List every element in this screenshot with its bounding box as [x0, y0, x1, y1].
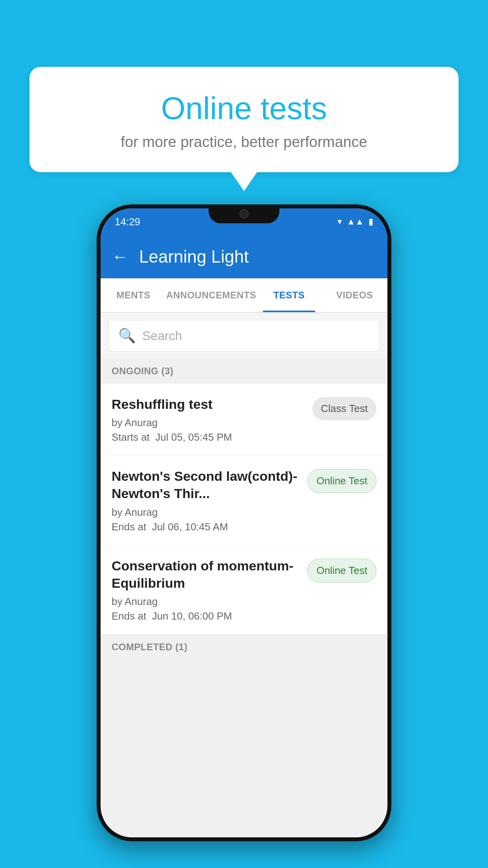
app-bar-title: Learning Light	[139, 247, 249, 267]
test-info-3: Conservation of momentum-Equilibrium by …	[112, 557, 307, 622]
tab-announcements[interactable]: ANNOUNCEMENTS	[166, 278, 256, 312]
test-item-2[interactable]: Newton's Second law(contd)-Newton's Thir…	[101, 456, 387, 545]
hero-subtitle: for more practice, better performance	[49, 134, 439, 151]
test-date-1: Starts at Jul 05, 05:45 PM	[112, 431, 305, 443]
hero-title: Online tests	[49, 90, 439, 127]
test-author-3: by Anurag	[112, 596, 299, 608]
test-badge-1: Class Test	[312, 397, 376, 420]
test-title-1: Reshuffling test	[112, 395, 305, 413]
phone-outer: 14:29 ▾ ▲▲ ▮ ← Learning Light MENTS ANNO…	[97, 204, 391, 841]
signal-icon: ▲▲	[347, 217, 364, 227]
back-button[interactable]: ←	[112, 247, 128, 266]
test-item-3[interactable]: Conservation of momentum-Equilibrium by …	[101, 545, 387, 634]
test-item-1[interactable]: Reshuffling test by Anurag Starts at Jul…	[101, 384, 387, 456]
search-container: 🔍 Search	[101, 313, 387, 359]
test-info-1: Reshuffling test by Anurag Starts at Jul…	[112, 395, 312, 443]
test-title-2: Newton's Second law(contd)-Newton's Thir…	[112, 467, 299, 502]
phone-camera	[239, 209, 249, 219]
battery-icon: ▮	[369, 217, 373, 227]
test-list: Reshuffling test by Anurag Starts at Jul…	[101, 384, 387, 634]
status-time: 14:29	[115, 216, 140, 228]
completed-section-header: COMPLETED (1)	[101, 634, 387, 660]
test-title-3: Conservation of momentum-Equilibrium	[112, 557, 299, 592]
search-input[interactable]: Search	[142, 329, 182, 343]
test-date-3: Ends at Jun 10, 06:00 PM	[112, 610, 299, 622]
tab-tests[interactable]: TESTS	[256, 278, 322, 312]
test-author-2: by Anurag	[112, 506, 299, 519]
app-bar: ← Learning Light	[101, 235, 387, 278]
status-icons: ▾ ▲▲ ▮	[338, 217, 373, 227]
phone-screen: 14:29 ▾ ▲▲ ▮ ← Learning Light MENTS ANNO…	[101, 208, 387, 837]
test-date-2: Ends at Jul 06, 10:45 AM	[112, 521, 299, 533]
phone-mockup: 14:29 ▾ ▲▲ ▮ ← Learning Light MENTS ANNO…	[97, 204, 391, 841]
tab-bar: MENTS ANNOUNCEMENTS TESTS VIDEOS	[101, 278, 387, 313]
speech-bubble: Online tests for more practice, better p…	[29, 67, 459, 172]
search-bar[interactable]: 🔍 Search	[108, 320, 380, 351]
test-badge-2: Online Test	[307, 469, 376, 493]
phone-notch	[209, 204, 279, 223]
test-author-1: by Anurag	[112, 417, 305, 429]
wifi-icon: ▾	[338, 217, 342, 227]
tab-videos[interactable]: VIDEOS	[322, 278, 387, 312]
search-icon: 🔍	[118, 327, 136, 344]
test-badge-3: Online Test	[307, 559, 376, 583]
tab-ments[interactable]: MENTS	[101, 278, 166, 312]
test-info-2: Newton's Second law(contd)-Newton's Thir…	[112, 467, 307, 533]
ongoing-section-header: ONGOING (3)	[101, 359, 387, 384]
